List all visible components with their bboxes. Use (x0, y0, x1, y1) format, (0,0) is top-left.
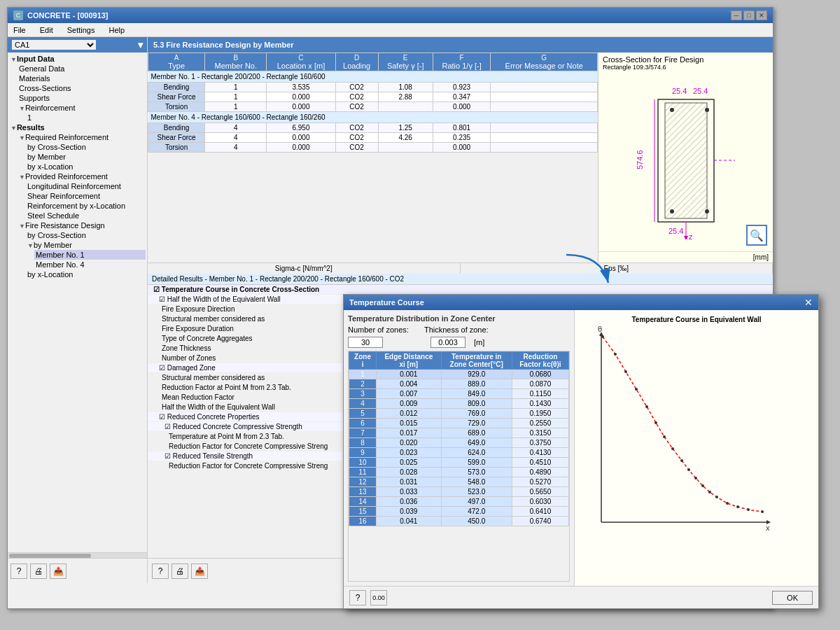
m4-torsion-type: Torsion (148, 143, 205, 153)
menu-settings[interactable]: Settings (64, 25, 98, 35)
modal-edge-cell: 0.020 (377, 438, 442, 448)
tree-cross-sections[interactable]: Cross-Sections (18, 83, 146, 93)
tree-fire-by-member[interactable]: ▼by Member (26, 240, 146, 250)
tree-fire-resistance[interactable]: ▼Fire Resistance Design (18, 220, 146, 230)
tree-required-reinforcement[interactable]: ▼Required Reinforcement (18, 132, 146, 142)
bottom-export-button[interactable]: 📤 (191, 564, 208, 579)
modal-table-row[interactable]: 11 0.028 573.0 0.4890 (349, 468, 569, 477)
m1-shear-loading: CO2 (335, 92, 378, 102)
modal-zone-cell: 2 (349, 379, 377, 389)
export-button[interactable]: 📤 (50, 564, 66, 579)
modal-factor-cell: 0.6740 (512, 517, 568, 526)
tree-by-member[interactable]: by Member (26, 152, 146, 162)
m4-torsion-loading: CO2 (335, 143, 378, 153)
tree-input-data[interactable]: ▼Input Data (9, 54, 146, 64)
modal-table-row[interactable]: 7 0.017 689.0 0.3150 (349, 428, 569, 438)
bottom-print-button[interactable]: 🖨 (172, 564, 188, 579)
tree-member-1[interactable]: Member No. 1 (34, 250, 146, 260)
modal-table-row[interactable]: 9 0.023 624.0 0.4130 (349, 448, 569, 458)
thickness-unit: [m] (474, 338, 484, 346)
tree-member-4[interactable]: Member No. 4 (34, 260, 146, 270)
tree-scrollbar[interactable] (8, 552, 147, 558)
modal-table-row[interactable]: 16 0.041 450.0 0.6740 (349, 517, 569, 526)
modal-factor-cell: 0.2550 (512, 419, 568, 428)
thickness-input[interactable] (430, 337, 465, 348)
tree-reinforcement-1[interactable]: 1 (26, 113, 146, 122)
modal-footer-right: ? 0.00 (349, 590, 387, 606)
menu-bar: File Edit Settings Help (8, 23, 773, 37)
modal-table-row[interactable]: 10 0.025 599.0 0.4510 (349, 458, 569, 468)
dropdown-arrow[interactable]: ▾ (138, 39, 143, 50)
m1-bending-member: 1 (205, 83, 267, 92)
modal-table-row[interactable]: 15 0.039 472.0 0.6410 (349, 507, 569, 517)
eps-label: Eps [‰] (461, 263, 774, 274)
print-button[interactable]: 🖨 (30, 564, 47, 579)
results-table-area: AType BMember No. CLocation x [m] DLoadi… (148, 52, 598, 262)
tree-reinforcement[interactable]: ▼Reinforcement (18, 103, 146, 113)
col-d-header: DLoading (335, 53, 378, 71)
modal-edge-cell: 0.028 (377, 468, 442, 477)
modal-table-row[interactable]: 14 0.036 497.0 0.6030 (349, 497, 569, 507)
m4-shear-safety: 4.26 (378, 133, 433, 143)
modal-close-button[interactable]: ✕ (804, 297, 813, 308)
menu-file[interactable]: File (10, 25, 29, 35)
m1-shear-ratio: 0.347 (433, 92, 491, 102)
tree-fire-by-x-location[interactable]: by x-Location (26, 270, 146, 279)
main-area: AType BMember No. CLocation x [m] DLoadi… (148, 52, 773, 262)
temperature-chart-svg: θ x (580, 326, 776, 550)
modal-table-row[interactable]: 4 0.009 809.0 0.1430 (349, 399, 569, 409)
tree-results[interactable]: ▼Results (9, 122, 146, 132)
modal-edge-cell: 0.004 (377, 379, 442, 389)
bottom-left-buttons: ? 🖨 📤 (152, 564, 208, 579)
tree-by-cross-section[interactable]: by Cross-Section (26, 142, 146, 152)
menu-edit[interactable]: Edit (37, 25, 56, 35)
modal-zone-cell: 14 (349, 497, 377, 507)
m1-torsion-safety (378, 102, 433, 112)
tree-materials[interactable]: Materials (18, 74, 146, 83)
tree-longitudinal-reinf[interactable]: Longitudinal Reinforcement (26, 181, 146, 191)
modal-temp-cell: 889.0 (441, 379, 512, 389)
maximize-btn[interactable]: □ (743, 10, 755, 20)
modal-factor-cell: 0.5270 (512, 477, 568, 487)
modal-table-row[interactable]: 1 0.001 929.0 0.0680 (349, 370, 569, 379)
modal-table-row[interactable]: 12 0.031 548.0 0.5270 (349, 477, 569, 487)
table-row: Shear Force 4 0.000 CO2 4.26 0.235 (148, 133, 598, 143)
svg-point-35 (701, 484, 704, 487)
minimize-btn[interactable]: ─ (731, 10, 742, 20)
modal-temp-cell: 689.0 (441, 428, 512, 438)
close-btn[interactable]: ✕ (756, 10, 767, 20)
tree-steel-schedule[interactable]: Steel Schedule (26, 211, 146, 220)
ok-button[interactable]: OK (772, 591, 813, 605)
modal-table-row[interactable]: 5 0.012 769.0 0.1950 (349, 409, 569, 419)
menu-help[interactable]: Help (106, 25, 127, 35)
tree-provided-reinforcement[interactable]: ▼Provided Reinforcement (18, 172, 146, 181)
ca-selector[interactable]: CA1 (12, 40, 96, 50)
svg-text:z: z (689, 232, 693, 239)
tree-fire-by-cross-section[interactable]: by Cross-Section (26, 230, 146, 240)
modal-table-row[interactable]: 3 0.007 849.0 0.1150 (349, 389, 569, 399)
modal-table-row[interactable]: 13 0.033 523.0 0.5650 (349, 487, 569, 497)
modal-zone-cell: 3 (349, 389, 377, 399)
help-button[interactable]: ? (10, 564, 27, 579)
modal-table-row[interactable]: 8 0.020 649.0 0.3750 (349, 438, 569, 448)
modal-temp-cell: 523.0 (441, 487, 512, 497)
modal-table-row[interactable]: 2 0.004 889.0 0.0870 (349, 379, 569, 389)
tree-general-data[interactable]: General Data (18, 64, 146, 74)
tree-by-x-location[interactable]: by x-Location (26, 162, 146, 172)
m1-bending-loc: 3.535 (267, 83, 335, 92)
tree-shear-reinforcement[interactable]: Shear Reinforcement (26, 191, 146, 201)
sidebar-item-supports[interactable]: Supports (18, 93, 146, 103)
table-row: Bending 4 6.950 CO2 1.25 0.801 (148, 123, 598, 133)
modal-edge-cell: 0.009 (377, 399, 442, 409)
modal-table-row[interactable]: 6 0.015 729.0 0.2550 (349, 419, 569, 428)
tree-reinf-x-location[interactable]: Reinforcement by x-Location (26, 201, 146, 211)
title-buttons[interactable]: ─ □ ✕ (731, 10, 767, 20)
bottom-help-button[interactable]: ? (152, 564, 169, 579)
svg-point-41 (761, 510, 764, 513)
zoom-cursor-button[interactable]: 🔍 (746, 225, 767, 246)
modal-help-button[interactable]: ? (349, 590, 366, 606)
modal-info-button[interactable]: 0.00 (370, 590, 387, 606)
zones-input[interactable] (348, 337, 383, 348)
svg-point-34 (694, 477, 697, 479)
m4-shear-loc: 0.000 (267, 133, 335, 143)
